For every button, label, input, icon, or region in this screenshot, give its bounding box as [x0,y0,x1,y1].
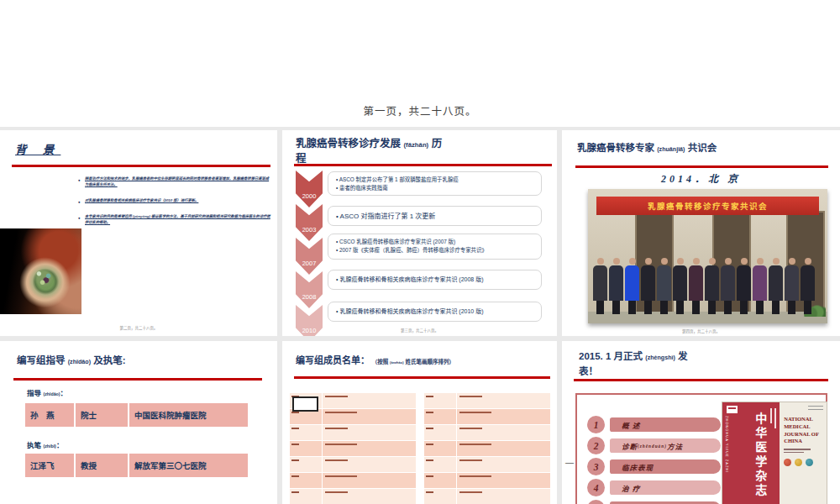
slide-thumbnail-members[interactable]: 编写组成员名单：（按照 (ànzhào) 姓氏笔画顺序排列） [282,341,557,504]
member-name-cell [424,441,456,456]
slide-thumbnail-publication[interactable]: 2015. 1 月正式 (zhèngshì) 发 表！ 1 概 述 2 诊断 (… [562,341,840,504]
title-pinyin: (zhuānjiā) [657,146,685,153]
person-figure [753,258,767,314]
timeline-entry-text: • 乳腺癌骨转移和骨相关疾病临床诊疗专家共识 (2008 版) [336,276,533,285]
page-caption: 第一页，共二十八页。 [0,102,840,118]
member-name-cell [424,489,456,504]
member-name-cell [424,425,456,440]
label-colon: ： [60,389,68,397]
member-org-cell [457,489,550,504]
member-row [290,457,416,472]
member-name-cell [290,489,322,504]
bullet-item: 随着治疗方法和技术的进步，乳腺癌患者的中位生存期明显延长的同时骨转移患者逐渐增加… [78,176,271,188]
outline-label-text: 治 疗 [622,483,640,493]
member-row [290,489,416,504]
title-subtitle: （按照 (ànzhào) 姓氏笔画顺序排列） [375,359,454,365]
slide-title: 编写组成员名单：（按照 (ànzhào) 姓氏笔画顺序排列） [296,353,454,366]
label-colon: ： [56,441,64,449]
member-name-cell [424,457,456,472]
member-name-cell [424,473,456,488]
person-figure [721,258,735,314]
person-figure [673,258,687,314]
journal-title-english: NATIONAL MEDICAL JOURNAL OF CHINA [784,416,823,445]
member-name-cell [290,473,322,488]
title-text: 乳腺癌骨转移专家 [577,143,657,153]
slide-footer: 第三页，共二十八页。 [282,328,557,333]
person-figure [657,258,671,314]
member-row [290,425,416,440]
title-text: 编写组成员名单： [296,355,370,365]
slide-footer: 第二页，共二十八页。 [0,325,277,330]
title-underline-rule [575,165,828,168]
member-row [424,473,550,488]
title-pinyin: (zhèngshì) [645,354,675,361]
person-figure [609,258,623,314]
timeline-entry-text: • 患者的临床实践指南 [336,184,533,192]
member-table-right [424,393,550,504]
member-org-cell [323,425,416,440]
journal-vertical-subtext [774,408,776,428]
conference-date-location: 2014．北 京 [562,171,840,186]
title-underline-rule [294,376,550,379]
slide-thumbnail-background[interactable]: 背 景 随着治疗方法和技术的进步，乳腺癌患者的中位生存期明显延长的同时骨转移患者… [0,130,277,336]
person-figure [737,258,751,314]
member-name-cell [290,441,322,456]
member-name-cell [290,425,322,440]
outline-label-text: 概 述 [622,420,640,430]
slide-thumbnail-timeline[interactable]: 乳腺癌骨转移诊疗发展 (fāzhǎn) 历 程 2000 2003 2007 2… [282,130,557,336]
person-figure [641,258,655,314]
subtitle-text: 姓氏笔画顺序排列） [404,359,454,365]
bullet-list: 随着治疗方法和技术的进步，乳腺癌患者的中位生存期明显延长的同时骨转移患者逐渐增加… [78,176,271,235]
title-text: 乳腺癌骨转移诊疗发展 [296,138,403,150]
banner-text: 乳腺癌骨转移诊疗专家共识会 [648,200,768,212]
journal-medal-icons [784,459,823,466]
subtitle-pinyin: (ànzhào) [390,360,404,365]
member-org-cell [457,473,550,488]
timeline-entry-box: • CSCO 乳腺癌骨转移临床诊疗专家共识 (2007 版) • 2007 版《… [328,234,542,260]
member-row [290,473,416,488]
medal-icon [795,459,802,466]
advisor-org-cell: 中国医科院肿瘤医院 [129,403,248,427]
medal-icon [784,459,791,466]
journal-corner-text [808,406,823,412]
bullet-item: 本专家共识的目的是希望运用 (yùnyòng) 循证医学的方法，基于目前研究的进… [78,214,271,226]
journal-title-chinese: 中华医学杂志 [751,412,768,498]
person-figure [625,258,639,314]
member-org-cell [323,457,416,472]
writer-name-cell: 江泽飞 [25,454,74,477]
writer-table-row: 江泽飞 教授 解放军第三〇七医院 [25,454,248,477]
timeline-entry-text: • 2007 版《实体瘤（乳腺癌、肺癌）骨转移临床诊疗专家共识》 [336,246,533,255]
timeline-entry-text: • ASCO 制定并公布了第 1 部双膦酸盐应用于乳腺癌 [336,176,533,184]
label-text: 指导 [27,389,43,397]
writer-rank-cell: 教授 [76,454,128,477]
journal-cover: 中华医学杂志 ZHONGHUA YIXUE ZAZHI NATIONAL MED… [722,402,827,504]
timeline-year: 2000 [296,192,323,200]
outline-label: 治 疗 [610,480,721,495]
timeline-chevron-2008: 2008 [296,271,323,308]
timeline-entry-text: • CSCO 乳腺癌骨转移临床诊疗专家共识 (2007 版) [336,238,533,246]
person-figure [769,258,783,314]
person-figure [785,258,799,314]
bullet-item: 对乳腺癌骨转移和骨相关疾病临床诊疗专家共识（2010 版）进行更新。 [78,198,271,204]
advisor-name-cell: 孙 燕 [25,403,74,427]
person-figure [593,258,607,314]
title-pinyin: (zhǐdǎo) [68,359,91,365]
member-org-cell [323,473,416,488]
timeline-entry-box: • ASCO 对指南进行了第 1 次更新 [328,206,542,226]
slide-title: 编写组指导 (zhǐdǎo) 及执笔: [17,353,126,366]
tumor-mass-detail [32,267,55,289]
slide-title: 乳腺癌骨转移专家 (zhuānjiā) 共识会 [577,140,717,154]
breast-anatomy-image [0,228,81,314]
slide-thumbnail-authors[interactable]: 编写组指导 (zhǐdǎo) 及执笔: 指导 (zhǐdǎo)： 孙 燕 院士 … [0,341,277,504]
member-org-cell [457,441,550,456]
timeline-entry-box: • 乳腺癌骨转移和骨相关疾病临床诊疗专家共识 (2010 版) [328,302,542,322]
member-org-cell [457,409,550,424]
selected-cell-cursor[interactable] [292,396,318,412]
title-text: 及执笔: [91,355,126,365]
outline-number: 5 [587,500,605,504]
member-row [424,489,550,504]
person-figure [689,258,703,314]
slide-thumbnail-conference[interactable]: 乳腺癌骨转移专家 (zhuānjiā) 共识会 2014．北 京 乳腺癌骨转移诊… [562,130,840,336]
section-label-advisor: 指导 (zhǐdǎo)： [27,387,67,397]
timeline-entry-box: • ASCO 制定并公布了第 1 部双膦酸盐应用于乳腺癌 • 患者的临床实践指南 [328,171,542,196]
